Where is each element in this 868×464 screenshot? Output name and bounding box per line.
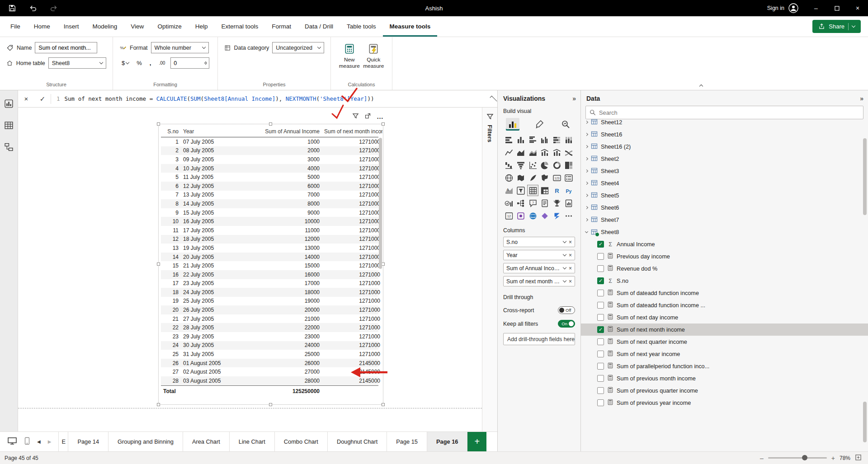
share-button[interactable]: Share — [812, 20, 861, 33]
field-checkbox[interactable] — [597, 363, 604, 370]
expand-chevron-icon[interactable] — [585, 121, 588, 124]
cancel-formula-icon[interactable]: × — [18, 90, 34, 107]
zoom-slider-thumb[interactable] — [802, 455, 807, 460]
page-tab-combo-chart[interactable]: Combo Chart — [275, 432, 328, 451]
visual-scorecard-icon[interactable]: 12 — [503, 210, 514, 221]
field-checkbox[interactable] — [597, 351, 604, 357]
collapse-formula-bar-icon[interactable] — [490, 96, 497, 103]
build-visual-tab-icon[interactable] — [506, 118, 519, 131]
field-checkbox[interactable] — [597, 338, 604, 345]
field-dropdown-icon[interactable] — [563, 253, 566, 256]
field-dropdown-icon[interactable] — [563, 266, 566, 269]
dax-formula-text[interactable]: Sum of next month income = CALCULATE(SUM… — [65, 95, 374, 102]
page-tab-page-16[interactable]: Page 16 — [427, 432, 467, 451]
search-input[interactable] — [599, 109, 859, 116]
commit-formula-icon[interactable]: ✓ — [34, 90, 51, 107]
report-view-icon[interactable] — [3, 98, 15, 109]
field-well-year[interactable]: Year× — [503, 250, 575, 260]
expand-chevron-icon[interactable] — [585, 182, 588, 185]
page-tab-line-chart[interactable]: Line Chart — [230, 432, 275, 451]
visual-q-and-a-icon[interactable]: ? — [527, 197, 538, 209]
visual-multi-row-card-icon[interactable] — [563, 172, 575, 183]
save-icon[interactable] — [6, 2, 18, 14]
visual-focus-mode-icon[interactable] — [364, 112, 371, 121]
field-node-sum-of-previous-year-income[interactable]: Sum of previous year income — [581, 397, 868, 409]
field-node-annual-income[interactable]: ΣAnnual Income — [581, 238, 868, 250]
page-tab-doughnut-chart[interactable]: Doughnut Chart — [328, 432, 387, 451]
home-table-dropdown[interactable]: Sheet8 — [48, 57, 106, 69]
visual-key-influencers-icon[interactable] — [503, 197, 514, 209]
redo-icon[interactable] — [48, 2, 60, 14]
visual-power-bi-custom-visual-icon[interactable] — [539, 210, 551, 221]
expand-chevron-icon[interactable] — [585, 169, 588, 173]
remove-field-icon[interactable]: × — [569, 239, 572, 245]
visual-azure-map-icon[interactable] — [527, 172, 538, 183]
share-dropdown-icon[interactable] — [852, 24, 855, 28]
expand-chevron-icon[interactable] — [585, 133, 588, 136]
close-button[interactable]: × — [847, 0, 868, 16]
field-well-sum-of-annual-income[interactable]: Sum of Annual Income× — [503, 263, 575, 273]
expand-chevron-icon[interactable] — [585, 230, 588, 233]
visual-table-icon[interactable] — [527, 185, 538, 196]
measure-name-input[interactable] — [35, 42, 97, 53]
field-node-sum-of-dateadd-function-income[interactable]: Sum of dateadd function income ... — [581, 299, 868, 311]
visual-arcgis-map-icon[interactable] — [527, 210, 538, 221]
decimal-places-stepper[interactable] — [170, 57, 209, 69]
field-checkbox[interactable] — [597, 387, 604, 394]
percent-format-button[interactable]: % — [134, 60, 144, 66]
table-node-sheet12[interactable]: Sheet12 — [581, 116, 868, 128]
new-page-button[interactable]: + — [467, 432, 486, 451]
field-node-sum-of-previous-month-income[interactable]: Sum of previous month income — [581, 372, 868, 384]
field-node-sum-of-next-day-income[interactable]: Sum of next day income — [581, 311, 868, 323]
keep-all-filters-toggle[interactable]: On — [558, 320, 575, 328]
next-page-icon[interactable]: ▶ — [48, 439, 52, 444]
visual-ribbon-chart-icon[interactable] — [563, 147, 575, 158]
format-visual-tab-icon[interactable] — [533, 118, 546, 131]
model-view-icon[interactable] — [3, 141, 15, 153]
mobile-layout-icon[interactable] — [24, 437, 30, 446]
menu-tab-help[interactable]: Help — [189, 16, 215, 37]
visual-stacked-column-chart-icon[interactable] — [515, 134, 527, 145]
menu-tab-table-tools[interactable]: Table tools — [340, 16, 383, 37]
table-node-sheet8[interactable]: Sheet8 — [581, 226, 868, 238]
data-category-dropdown[interactable]: Uncategorized — [272, 42, 324, 53]
visual-smart-narrative-icon[interactable] — [539, 197, 551, 209]
quick-measure-button[interactable]: Quick measure — [362, 42, 386, 70]
expand-chevron-icon[interactable] — [585, 218, 588, 221]
field-node-sum-of-previous-quarter-income[interactable]: Sum of previous quarter income — [581, 384, 868, 397]
field-checkbox[interactable] — [597, 290, 604, 296]
table-node-sheet4[interactable]: Sheet4 — [581, 177, 868, 189]
visual-scatter-chart-icon[interactable] — [527, 159, 538, 171]
visual-stacked-area-chart-icon[interactable] — [527, 147, 538, 158]
visual-area-chart-icon[interactable] — [515, 147, 527, 158]
visual-100-stacked-column-chart-icon[interactable] — [563, 134, 575, 145]
undo-icon[interactable] — [27, 2, 39, 14]
visual-r-script-visual-icon[interactable]: R — [551, 185, 562, 196]
visual-python-visual-icon[interactable]: Py — [563, 185, 575, 196]
visual-matrix-icon[interactable] — [539, 185, 551, 196]
filters-pane-collapsed[interactable]: Filters — [482, 108, 497, 431]
page-tab-area-chart[interactable]: Area Chart — [183, 432, 230, 451]
resize-handle[interactable] — [382, 122, 385, 126]
desktop-layout-icon[interactable] — [7, 437, 17, 446]
table-node-sheet16[interactable]: Sheet16 — [581, 128, 868, 141]
field-checkbox[interactable] — [597, 265, 604, 272]
visual-clustered-bar-chart-icon[interactable] — [527, 134, 538, 145]
visual-shape-map-icon[interactable] — [539, 172, 551, 183]
zoom-out-icon[interactable]: – — [760, 455, 764, 462]
expand-chevron-icon[interactable] — [585, 194, 588, 197]
visual-treemap-icon[interactable] — [563, 159, 575, 171]
visual-line-chart-icon[interactable] — [503, 147, 514, 158]
collapse-visualizations-icon[interactable]: » — [572, 95, 575, 102]
table-node-sheet7[interactable]: Sheet7 — [581, 214, 868, 226]
expand-chevron-icon[interactable] — [585, 145, 588, 148]
fit-to-page-icon[interactable] — [855, 454, 862, 462]
field-node-previous-day-income[interactable]: Previous day income — [581, 250, 868, 262]
field-checkbox[interactable] — [597, 314, 604, 321]
menu-tab-view[interactable]: View — [124, 16, 151, 37]
zoom-slider[interactable] — [768, 457, 827, 459]
previous-page-icon[interactable]: ◀ — [37, 439, 41, 444]
field-node-sum-of-parallelperiod-function-inco[interactable]: Sum of parallelperiod function inco... — [581, 360, 868, 372]
field-checkbox[interactable] — [597, 241, 604, 248]
menu-tab-home[interactable]: Home — [27, 16, 57, 37]
